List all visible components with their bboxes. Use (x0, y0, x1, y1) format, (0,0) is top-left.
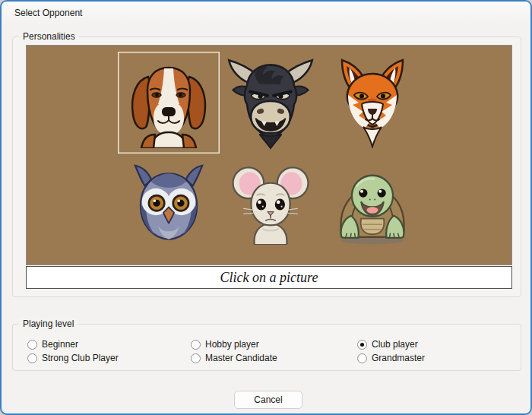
owl-icon (128, 164, 209, 245)
radio-label: Grandmaster (372, 353, 425, 363)
select-opponent-dialog: Select Opponent Personalities (0, 0, 532, 415)
picture-dog[interactable] (118, 52, 220, 154)
radio-icon[interactable] (191, 353, 201, 363)
personalities-label: Personalities (19, 31, 79, 43)
radio-option-strong-club-player[interactable]: Strong Club Player (27, 352, 119, 364)
picture-bull[interactable] (220, 52, 321, 154)
radio-option-master-candidate[interactable]: Master Candidate (191, 352, 277, 364)
radio-option-beginner[interactable]: Beginner (27, 338, 78, 350)
radio-option-grandmaster[interactable]: Grandmaster (357, 352, 425, 364)
radio-label: Club player (372, 339, 418, 350)
picture-mouse[interactable] (220, 154, 321, 255)
bull-icon (223, 55, 318, 150)
radio-option-club-player[interactable]: Club player (357, 338, 418, 350)
instruction-banner: Click on a picture (26, 266, 512, 289)
radio-label: Beginner (42, 339, 78, 350)
radio-icon[interactable] (191, 340, 201, 350)
picture-owl[interactable] (118, 154, 220, 255)
instruction-text: Click on a picture (220, 270, 318, 286)
radio-label: Strong Club Player (42, 353, 119, 363)
turtle-icon (330, 162, 415, 247)
pictures-grid (118, 52, 423, 255)
picture-fox[interactable] (321, 52, 423, 154)
radio-icon[interactable] (27, 353, 37, 363)
picture-turtle[interactable] (321, 154, 423, 255)
personalities-group: Personalities (12, 36, 521, 297)
radio-label: Master Candidate (205, 353, 277, 363)
radio-icon[interactable] (27, 340, 37, 350)
radio-icon[interactable] (357, 353, 367, 363)
radio-icon[interactable] (357, 340, 367, 350)
playing-level-group: Playing level Beginner Strong Club Playe… (12, 324, 521, 371)
playing-level-label: Playing level (19, 318, 78, 330)
titlebar: Select Opponent (2, 2, 530, 24)
fox-icon (327, 57, 418, 148)
pictures-panel (26, 45, 512, 265)
mouse-icon (230, 164, 311, 245)
radio-label: Hobby player (205, 339, 259, 350)
radio-option-hobby-player[interactable]: Hobby player (191, 338, 259, 350)
dog-icon (123, 57, 214, 148)
window-title: Select Opponent (14, 8, 82, 18)
cancel-button[interactable]: Cancel (234, 391, 302, 409)
